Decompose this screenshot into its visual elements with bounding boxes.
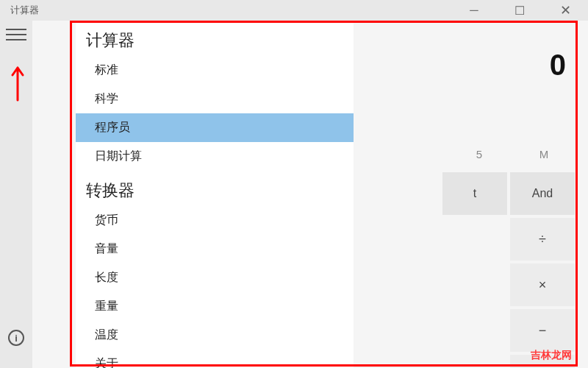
op-divide[interactable]: ÷ (510, 218, 575, 261)
nav-item-temperature[interactable]: 温度 (76, 321, 354, 350)
window-controls: ─ ☐ ✕ (451, 0, 588, 21)
op-and[interactable]: And (510, 172, 575, 215)
grid-row-1: t And (323, 171, 581, 216)
window-title: 计算器 (10, 4, 451, 17)
nav-section-converter: 转换器 (76, 171, 354, 206)
nav-item-weight[interactable]: 重量 (76, 292, 354, 321)
nav-item-standard[interactable]: 标准 (76, 56, 354, 85)
memory-row: 5 M (323, 138, 581, 171)
app-content: i 0 5 M t And ÷ × − + 计算器 (0, 21, 588, 368)
main-panel: 0 5 M t And ÷ × − + 计算器 标准 科学 程序员 日期计算 转… (32, 21, 588, 368)
nav-item-date[interactable]: 日期计算 (76, 142, 354, 171)
nav-item-about[interactable]: 关于 (76, 350, 354, 368)
nav-item-length[interactable]: 长度 (76, 263, 354, 292)
hamburger-icon[interactable] (6, 26, 26, 43)
mem-btn-2[interactable]: M (512, 138, 576, 171)
nav-section-calculator: 计算器 (76, 21, 354, 56)
sidebar-bottom: i (8, 330, 24, 346)
info-icon[interactable]: i (8, 330, 24, 346)
window-titlebar: 计算器 ─ ☐ ✕ (0, 0, 588, 21)
annotation-arrow (10, 66, 25, 102)
op-t[interactable]: t (442, 172, 507, 215)
nav-item-currency[interactable]: 货币 (76, 206, 354, 235)
mem-btn-1[interactable]: 5 (447, 138, 512, 171)
nav-item-scientific[interactable]: 科学 (76, 85, 354, 113)
maximize-button[interactable]: ☐ (497, 0, 542, 21)
op-minus[interactable]: − (510, 309, 575, 352)
navigation-panel: 计算器 标准 科学 程序员 日期计算 转换器 货币 音量 长度 重量 温度 关于 (76, 21, 354, 368)
nav-item-volume[interactable]: 音量 (76, 235, 354, 263)
calc-display: 0 (323, 21, 581, 96)
minimize-button[interactable]: ─ (451, 0, 497, 21)
watermark: 吉林龙网 (531, 349, 572, 362)
op-multiply[interactable]: × (510, 263, 575, 306)
calculator-background: 0 5 M t And ÷ × − + (323, 21, 581, 368)
close-button[interactable]: ✕ (542, 0, 588, 21)
nav-item-programmer[interactable]: 程序员 (76, 113, 354, 142)
